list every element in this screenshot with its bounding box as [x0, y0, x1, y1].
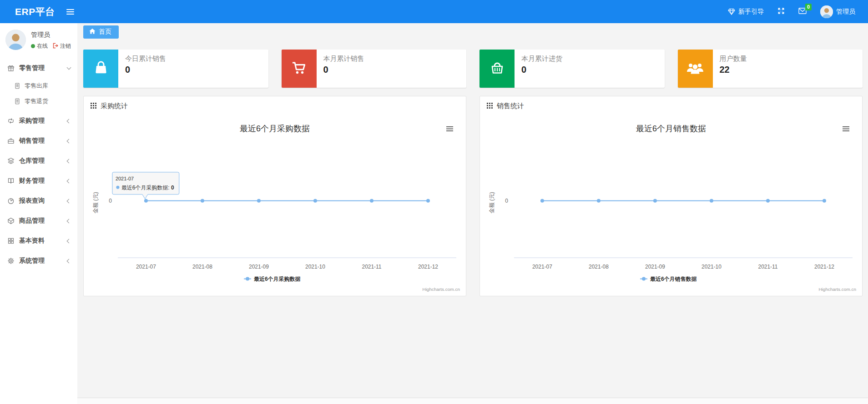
app-title: ERP平台 [0, 5, 63, 18]
navbar-right: 新手引导 0 [727, 5, 868, 18]
chart-context-menu-button[interactable] [843, 126, 849, 131]
data-point-marker[interactable] [710, 199, 713, 203]
x-tick-label: 2021-09 [645, 264, 665, 270]
retail-submenu: 零售出库 零售退货 [0, 78, 77, 111]
x-tick-label: 2021-10 [701, 264, 722, 270]
online-status-label: 在线 [37, 42, 48, 50]
purchase-stats-panel: 采购统计 最近6个月采购数据金额 (元)02021-072021-082021-… [83, 96, 466, 296]
x-tick-label: 2021-07 [532, 264, 552, 270]
stat-value: 0 [521, 65, 562, 75]
legend-label: 最近6个月销售数据 [650, 276, 696, 282]
loop-arrows-icon [7, 117, 15, 125]
user-panel: 管理员 在线 注销 [0, 23, 77, 55]
stat-title: 用户数量 [720, 55, 747, 63]
breadcrumb-home-tab[interactable]: 首页 [83, 25, 119, 39]
chart-context-menu-button[interactable] [446, 126, 453, 131]
sidebar-menu: 零售管理 零售出库 零售退货 [0, 58, 77, 271]
stat-value: 0 [323, 65, 364, 75]
data-point-marker[interactable] [597, 199, 601, 203]
y-tick-label: 0 [505, 198, 508, 204]
data-point-marker[interactable] [823, 199, 826, 203]
briefcase-icon [7, 137, 15, 145]
top-navbar: ERP平台 新手引导 [0, 0, 868, 23]
data-point-marker[interactable] [653, 199, 657, 203]
legend-label: 最近6个月采购数据 [254, 276, 300, 282]
y-tick-label: 0 [109, 198, 112, 204]
data-point-marker[interactable] [766, 199, 770, 203]
chevron-left-icon [67, 259, 71, 263]
chevron-left-icon [67, 199, 71, 203]
sidebar-item-purchase-management[interactable]: 采购管理 [0, 111, 77, 131]
data-point-marker[interactable] [540, 199, 544, 203]
pie-chart-icon [7, 197, 15, 204]
gear-icon [7, 257, 15, 264]
y-axis-title: 金额 (元) [489, 192, 495, 214]
data-point-marker[interactable] [201, 199, 204, 203]
sidebar-item-system-management[interactable]: 系统管理 [0, 251, 77, 271]
data-point-marker[interactable] [144, 199, 148, 203]
x-tick-label: 2021-12 [814, 264, 834, 270]
x-tick-label: 2021-11 [362, 264, 381, 270]
chart-panels-row: 采购统计 最近6个月采购数据金额 (元)02021-072021-082021-… [83, 96, 863, 296]
document-icon [13, 98, 21, 105]
fullscreen-icon [777, 7, 785, 16]
shopping-basket-icon [488, 59, 506, 79]
hamburger-icon [66, 9, 74, 15]
sales-line-chart: 最近6个月销售数据金额 (元)02021-072021-082021-09202… [480, 114, 862, 296]
chevron-left-icon [67, 119, 71, 123]
gift-icon [7, 65, 15, 72]
x-tick-label: 2021-07 [136, 264, 156, 270]
sidebar-item-basic-data[interactable]: 基本资料 [0, 231, 77, 251]
main-content: 首页 今日累计销售 0 [77, 23, 868, 404]
layers-icon [7, 157, 15, 165]
sidebar-toggle-button[interactable] [64, 5, 77, 19]
credits-label[interactable]: Highcharts.com.cn [422, 287, 460, 292]
tooltip-header: 2021-07 [116, 176, 134, 181]
legend-item[interactable]: 最近6个月销售数据 [640, 276, 696, 282]
logout-link[interactable]: 注销 [53, 42, 71, 50]
chart-title: 最近6个月销售数据 [636, 124, 706, 133]
stat-value: 22 [720, 65, 747, 75]
guide-label: 新手引导 [738, 8, 764, 16]
document-icon [13, 83, 21, 89]
user-name: 管理员 [836, 8, 855, 16]
logout-label: 注销 [60, 42, 71, 50]
sidebar-item-retail-management[interactable]: 零售管理 [0, 58, 77, 78]
x-tick-label: 2021-11 [758, 264, 777, 270]
guide-link[interactable]: 新手引导 [727, 8, 764, 16]
data-point-marker[interactable] [426, 199, 430, 203]
avatar [5, 30, 26, 50]
chart-title: 最近6个月采购数据 [240, 124, 310, 133]
sidebar-item-warehouse-management[interactable]: 仓库管理 [0, 151, 77, 171]
stat-card-today-sales: 今日累计销售 0 [83, 50, 268, 88]
x-tick-label: 2021-12 [418, 264, 438, 270]
panel-title: 采购统计 [101, 102, 128, 110]
chevron-down-icon [67, 65, 71, 70]
gem-icon [727, 8, 735, 15]
sidebar-item-retail-return[interactable]: 零售退货 [0, 94, 77, 109]
data-point-marker[interactable] [257, 199, 261, 203]
x-tick-label: 2021-10 [305, 264, 325, 270]
credits-label[interactable]: Highcharts.com.cn [818, 287, 856, 292]
messages-button[interactable]: 0 [798, 8, 807, 15]
sidebar: 管理员 在线 注销 [0, 23, 77, 404]
fullscreen-button[interactable] [777, 7, 785, 16]
sidebar-item-finance-management[interactable]: 财务管理 [0, 171, 77, 191]
sidebar-item-goods-management[interactable]: 商品管理 [0, 211, 77, 231]
th-grid-icon [487, 102, 493, 110]
sidebar-item-report-query[interactable]: 报表查询 [0, 191, 77, 211]
user-menu[interactable]: 管理员 [820, 5, 855, 18]
data-point-marker[interactable] [313, 199, 317, 203]
chevron-left-icon [67, 239, 71, 243]
stat-card-month-purchase: 本月累计进货 0 [479, 50, 665, 88]
chevron-left-icon [67, 219, 71, 223]
shopping-bag-icon [92, 59, 110, 79]
sidebar-item-sales-management[interactable]: 销售管理 [0, 131, 77, 151]
th-grid-icon [91, 102, 96, 110]
x-tick-label: 2021-08 [589, 264, 609, 270]
home-icon [89, 28, 96, 35]
sidebar-item-retail-outbound[interactable]: 零售出库 [0, 78, 77, 94]
legend-item[interactable]: 最近6个月采购数据 [244, 276, 300, 282]
data-point-marker[interactable] [370, 199, 373, 203]
panel-title: 销售统计 [497, 102, 524, 110]
